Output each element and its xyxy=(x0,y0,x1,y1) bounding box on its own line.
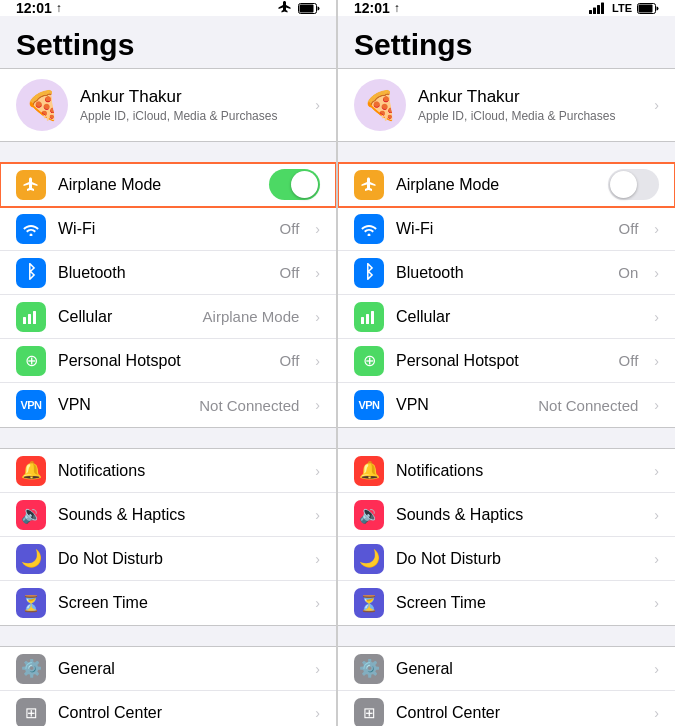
bluetooth-icon-right: ᛒ xyxy=(354,258,384,288)
vpn-chevron-left: › xyxy=(315,397,320,413)
airplane-mode-row-right[interactable]: Airplane Mode xyxy=(338,163,675,207)
notifications-icon-left: 🔔 xyxy=(16,456,46,486)
bluetooth-label-right: Bluetooth xyxy=(396,264,606,282)
sounds-row-right[interactable]: 🔉 Sounds & Haptics › xyxy=(338,493,675,537)
svg-rect-6 xyxy=(589,10,592,14)
bluetooth-row-right[interactable]: ᛒ Bluetooth On › xyxy=(338,251,675,295)
hotspot-icon-right: ⊕ xyxy=(354,346,384,376)
airplane-mode-row-left[interactable]: Airplane Mode xyxy=(0,163,336,207)
status-icons-left xyxy=(277,1,320,15)
wifi-value-right: Off xyxy=(619,220,639,237)
vpn-label-left: VPN xyxy=(58,396,187,414)
general-label-left: General xyxy=(58,660,303,678)
vpn-row-left[interactable]: VPN VPN Not Connected › xyxy=(0,383,336,427)
cellular-chevron-left: › xyxy=(315,309,320,325)
hotspot-label-right: Personal Hotspot xyxy=(396,352,607,370)
right-panel: 12:01 ↑ LTE Settings 🍕 An xyxy=(338,0,675,726)
controlcenter-row-right[interactable]: ⊞ Control Center › xyxy=(338,691,675,726)
donotdisturb-label-left: Do Not Disturb xyxy=(58,550,303,568)
lte-text-right: LTE xyxy=(612,2,632,14)
cellular-row-right[interactable]: Cellular › xyxy=(338,295,675,339)
bluetooth-label-left: Bluetooth xyxy=(58,264,268,282)
profile-section-right[interactable]: 🍕 Ankur Thakur Apple ID, iCloud, Media &… xyxy=(338,68,675,142)
notifications-row-right[interactable]: 🔔 Notifications › xyxy=(338,449,675,493)
airplane-toggle-left[interactable] xyxy=(269,169,320,200)
profile-sub-left: Apple ID, iCloud, Media & Purchases xyxy=(80,109,303,123)
wifi-chevron-right: › xyxy=(654,221,659,237)
sounds-label-left: Sounds & Haptics xyxy=(58,506,303,524)
airplane-status-icon xyxy=(277,1,293,15)
donotdisturb-row-left[interactable]: 🌙 Do Not Disturb › xyxy=(0,537,336,581)
donotdisturb-icon-left: 🌙 xyxy=(16,544,46,574)
vpn-row-right[interactable]: VPN VPN Not Connected › xyxy=(338,383,675,427)
svg-rect-9 xyxy=(601,3,604,15)
general-label-right: General xyxy=(396,660,642,678)
notifications-group-right: 🔔 Notifications › 🔉 Sounds & Haptics › 🌙… xyxy=(338,448,675,626)
hotspot-value-left: Off xyxy=(280,352,300,369)
wifi-label-left: Wi-Fi xyxy=(58,220,268,238)
sounds-row-left[interactable]: 🔉 Sounds & Haptics › xyxy=(0,493,336,537)
svg-rect-13 xyxy=(366,314,369,324)
battery-icon-right xyxy=(637,3,659,14)
connectivity-group-right: Airplane Mode Wi-Fi Off › ᛒ Bluetooth On… xyxy=(338,162,675,428)
donotdisturb-chevron-right: › xyxy=(654,551,659,567)
airplane-label-right: Airplane Mode xyxy=(396,176,596,194)
profile-section-left[interactable]: 🍕 Ankur Thakur Apple ID, iCloud, Media &… xyxy=(0,68,336,142)
controlcenter-icon-right: ⊞ xyxy=(354,698,384,727)
bluetooth-chevron-right: › xyxy=(654,265,659,281)
notifications-group-left: 🔔 Notifications › 🔉 Sounds & Haptics › 🌙… xyxy=(0,448,336,626)
time-left: 12:01 xyxy=(16,0,52,16)
notifications-chevron-right: › xyxy=(654,463,659,479)
hotspot-row-right[interactable]: ⊕ Personal Hotspot Off › xyxy=(338,339,675,383)
controlcenter-icon-left: ⊞ xyxy=(16,698,46,727)
status-icons-right: LTE xyxy=(589,2,659,14)
donotdisturb-chevron-left: › xyxy=(315,551,320,567)
general-group-right: ⚙️ General › ⊞ Control Center › AA Displ… xyxy=(338,646,675,726)
notifications-row-left[interactable]: 🔔 Notifications › xyxy=(0,449,336,493)
notifications-label-left: Notifications xyxy=(58,462,303,480)
cellular-icon-right xyxy=(354,302,384,332)
notifications-chevron-left: › xyxy=(315,463,320,479)
screentime-label-right: Screen Time xyxy=(396,594,642,612)
time-right: 12:01 xyxy=(354,0,390,16)
wifi-row-left[interactable]: Wi-Fi Off › xyxy=(0,207,336,251)
screentime-row-right[interactable]: ⏳ Screen Time › xyxy=(338,581,675,625)
airplane-toggle-right[interactable] xyxy=(608,169,659,200)
screentime-row-left[interactable]: ⏳ Screen Time › xyxy=(0,581,336,625)
cellular-chevron-right: › xyxy=(654,309,659,325)
wifi-label-right: Wi-Fi xyxy=(396,220,607,238)
vpn-chevron-right: › xyxy=(654,397,659,413)
donotdisturb-row-right[interactable]: 🌙 Do Not Disturb › xyxy=(338,537,675,581)
hotspot-chevron-left: › xyxy=(315,353,320,369)
notifications-icon-right: 🔔 xyxy=(354,456,384,486)
controlcenter-label-left: Control Center xyxy=(58,704,303,722)
wifi-row-right[interactable]: Wi-Fi Off › xyxy=(338,207,675,251)
general-chevron-left: › xyxy=(315,661,320,677)
controlcenter-row-left[interactable]: ⊞ Control Center › xyxy=(0,691,336,726)
profile-name-left: Ankur Thakur xyxy=(80,87,303,107)
vpn-value-left: Not Connected xyxy=(199,397,299,414)
general-row-right[interactable]: ⚙️ General › xyxy=(338,647,675,691)
bluetooth-value-left: Off xyxy=(280,264,300,281)
profile-chevron-left: › xyxy=(315,97,320,113)
screentime-label-left: Screen Time xyxy=(58,594,303,612)
status-bar-left: 12:01 ↑ xyxy=(0,0,336,16)
bluetooth-row-left[interactable]: ᛒ Bluetooth Off › xyxy=(0,251,336,295)
profile-sub-right: Apple ID, iCloud, Media & Purchases xyxy=(418,109,642,123)
sounds-chevron-right: › xyxy=(654,507,659,523)
general-row-left[interactable]: ⚙️ General › xyxy=(0,647,336,691)
screentime-icon-right: ⏳ xyxy=(354,588,384,618)
settings-title-right: Settings xyxy=(338,16,675,68)
bluetooth-chevron-left: › xyxy=(315,265,320,281)
airplane-icon-right xyxy=(354,170,384,200)
controlcenter-chevron-right: › xyxy=(654,705,659,721)
vpn-value-right: Not Connected xyxy=(538,397,638,414)
location-icon-left: ↑ xyxy=(56,1,62,15)
hotspot-row-left[interactable]: ⊕ Personal Hotspot Off › xyxy=(0,339,336,383)
airplane-icon-left xyxy=(16,170,46,200)
controlcenter-label-right: Control Center xyxy=(396,704,642,722)
avatar-left: 🍕 xyxy=(16,79,68,131)
cellular-row-left[interactable]: Cellular Airplane Mode › xyxy=(0,295,336,339)
controlcenter-chevron-left: › xyxy=(315,705,320,721)
sounds-icon-right: 🔉 xyxy=(354,500,384,530)
